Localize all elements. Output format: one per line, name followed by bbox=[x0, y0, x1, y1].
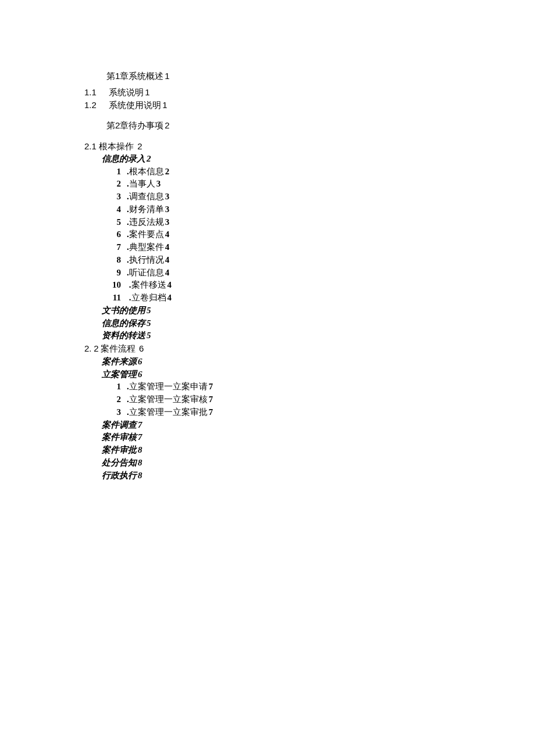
case-review-page: 7 bbox=[138, 432, 142, 442]
sub-doc-use: 文书的使用5 bbox=[84, 304, 535, 317]
case-src-page: 6 bbox=[138, 357, 142, 366]
mgmt-1: 1.立案管理一立案申请7 bbox=[84, 381, 535, 393]
info-save-page: 5 bbox=[147, 318, 151, 328]
entry-7: 7.典型案件4 bbox=[84, 241, 535, 254]
info-save-label: 信息的保存 bbox=[102, 318, 145, 328]
doc-use-page: 5 bbox=[147, 306, 151, 315]
admin-exec-label: 行政执行 bbox=[102, 471, 137, 480]
case-approv-page: 8 bbox=[138, 445, 142, 454]
section-2-2: 2. 2 案件流程 6 bbox=[84, 342, 535, 356]
e5-n: 5 bbox=[105, 216, 121, 229]
e9-page: 4 bbox=[165, 268, 170, 277]
info-entry-label: 信息的录入 bbox=[102, 154, 145, 163]
ch1-pre: 第 bbox=[106, 71, 115, 81]
case-inv-page: 7 bbox=[138, 420, 142, 429]
penalty-page: 8 bbox=[138, 458, 142, 467]
ch1-page: 1 bbox=[165, 71, 169, 81]
s2-2-num-b: 2 bbox=[94, 343, 98, 353]
m1-label: 立案管理一立案申请 bbox=[129, 382, 208, 391]
case-approv-label: 案件审批 bbox=[102, 445, 137, 454]
toc-page: 第1章系统概述1 1.1 系统说明1 1.2 系统使用说明1 第2章待办事项2 … bbox=[0, 0, 535, 482]
entry-11: 11 .立卷归档4 bbox=[84, 292, 535, 304]
e11-n: 11 bbox=[105, 292, 121, 304]
e11-page: 4 bbox=[167, 293, 172, 302]
e6-page: 4 bbox=[165, 230, 170, 239]
chapter-2-heading: 第2章待办事项2 bbox=[84, 119, 535, 132]
entry-4: 4.财务清单3 bbox=[84, 203, 535, 216]
entry-2: 2.当事人3 bbox=[84, 178, 535, 191]
doc-use-label: 文书的使用 bbox=[102, 306, 145, 315]
e8-label: 执行情况 bbox=[129, 255, 164, 264]
entry-1: 1.根本信息2 bbox=[84, 166, 535, 178]
s2-2-label: 案件流程 bbox=[101, 343, 135, 353]
case-mgmt-label: 立案管理 bbox=[102, 370, 137, 379]
e4-n: 4 bbox=[105, 203, 121, 216]
e2-label: 当事人 bbox=[129, 179, 155, 188]
e6-label: 案件要点 bbox=[129, 230, 164, 239]
sub-case-review: 案件审核7 bbox=[84, 431, 535, 444]
penalty-label: 处分告知 bbox=[102, 458, 137, 467]
s2-2-num-a: 2. bbox=[84, 343, 92, 353]
e3-n: 3 bbox=[105, 191, 121, 203]
e9-n: 9 bbox=[105, 267, 121, 280]
e11-label: 立卷归档 bbox=[131, 293, 166, 302]
e2-page: 3 bbox=[156, 179, 161, 188]
info-entry-page: 2 bbox=[147, 154, 151, 163]
e3-page: 3 bbox=[165, 192, 170, 201]
case-src-label: 案件来源 bbox=[102, 357, 137, 366]
s1-2-num: 1.2 bbox=[84, 99, 106, 112]
e3-label: 调查信息 bbox=[129, 192, 164, 201]
entry-5: 5.违反法规3 bbox=[84, 216, 535, 229]
e6-n: 6 bbox=[105, 228, 121, 241]
data-send-page: 5 bbox=[147, 331, 151, 340]
e7-n: 7 bbox=[105, 241, 121, 254]
case-mgmt-page: 6 bbox=[138, 370, 142, 379]
e5-label: 违反法规 bbox=[129, 217, 164, 227]
sub-info-entry: 信息的录入2 bbox=[84, 153, 535, 166]
sub-info-save: 信息的保存5 bbox=[84, 317, 535, 330]
m3-label: 立案管理一立案审批 bbox=[129, 407, 208, 417]
sub-case-approv: 案件审批8 bbox=[84, 444, 535, 457]
m2-n: 2 bbox=[105, 393, 121, 406]
sub-admin-exec: 行政执行8 bbox=[84, 470, 535, 482]
entry-9: 9.听证信息4 bbox=[84, 267, 535, 280]
s2-1-page: 2 bbox=[137, 141, 142, 151]
e7-page: 4 bbox=[165, 242, 170, 252]
sub-case-mgmt: 立案管理6 bbox=[84, 368, 535, 381]
ch1-post: 章系统概述 bbox=[120, 71, 163, 81]
chapter-1-heading: 第1章系统概述1 bbox=[84, 70, 535, 83]
section-1-1: 1.1 系统说明1 bbox=[84, 86, 535, 99]
e1-page: 2 bbox=[165, 167, 170, 176]
data-send-label: 资料的转送 bbox=[102, 331, 145, 340]
m1-n: 1 bbox=[105, 381, 121, 393]
s2-2-page: 6 bbox=[139, 343, 144, 353]
entry-10: 10 .案件移送4 bbox=[84, 279, 535, 292]
e4-label: 财务清单 bbox=[129, 205, 164, 214]
mgmt-3: 3.立案管理一立案审批7 bbox=[84, 406, 535, 419]
m3-page: 7 bbox=[209, 407, 213, 417]
case-inv-label: 案件调查 bbox=[102, 420, 137, 429]
m1-page: 7 bbox=[209, 382, 213, 391]
mgmt-2: 2.立案管理一立案审核7 bbox=[84, 393, 535, 406]
e4-page: 3 bbox=[165, 205, 170, 214]
e1-label: 根本信息 bbox=[129, 167, 164, 176]
sub-data-send: 资料的转送5 bbox=[84, 329, 535, 342]
entry-3: 3.调查信息3 bbox=[84, 191, 535, 203]
entry-8: 8.执行情况4 bbox=[84, 254, 535, 267]
e9-label: 听证信息 bbox=[129, 268, 164, 277]
admin-exec-page: 8 bbox=[138, 471, 142, 480]
e10-label: 案件移送 bbox=[131, 280, 166, 289]
sub-penalty: 处分告知8 bbox=[84, 457, 535, 470]
s1-1-page: 1 bbox=[145, 87, 149, 97]
section-2-1: 2.1 根本操作 2 bbox=[84, 140, 535, 153]
m2-label: 立案管理一立案审核 bbox=[129, 395, 208, 404]
s1-1-label: 系统说明 bbox=[109, 87, 144, 97]
e8-n: 8 bbox=[105, 254, 121, 267]
m3-n: 3 bbox=[105, 406, 121, 419]
e10-page: 4 bbox=[167, 280, 172, 289]
entry-6: 6.案件要点4 bbox=[84, 228, 535, 241]
e1-n: 1 bbox=[105, 166, 121, 178]
sub-case-inv: 案件调查7 bbox=[84, 419, 535, 432]
section-1-2: 1.2 系统使用说明1 bbox=[84, 99, 535, 112]
e2-n: 2 bbox=[105, 178, 121, 191]
